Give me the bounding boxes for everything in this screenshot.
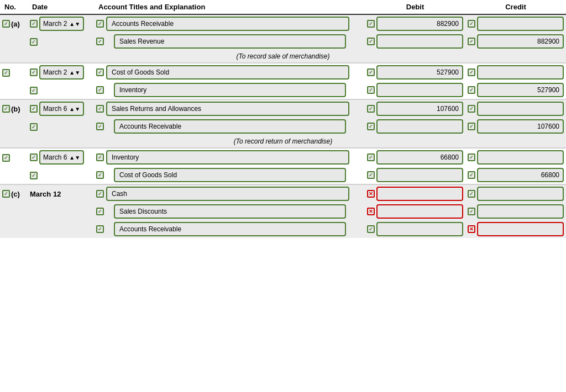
debit-checkbox[interactable]: ✓ xyxy=(367,38,375,45)
credit-field[interactable]: 107600 xyxy=(477,119,564,134)
date-select[interactable]: March 2 ▲▼ xyxy=(39,17,84,31)
account-title-field[interactable]: Inventory xyxy=(114,83,346,97)
credit-field[interactable] xyxy=(477,17,564,31)
credit-checkbox[interactable]: ✓ xyxy=(468,153,475,161)
checkbox[interactable]: ✓ xyxy=(96,190,104,198)
date-select[interactable]: March 2 ▲▼ xyxy=(39,65,84,80)
credit-cell: ✓ xyxy=(465,149,566,166)
checkbox-green[interactable]: ✓ xyxy=(367,225,375,233)
account-title-field[interactable]: Accounts Receivable xyxy=(114,222,346,236)
checkbox-red[interactable]: ✕ xyxy=(468,225,475,233)
no-cell: ✓ (b) xyxy=(0,100,28,118)
credit-field[interactable]: 882900 xyxy=(477,34,564,49)
checkbox[interactable]: ✓ xyxy=(30,20,38,28)
checkbox[interactable]: ✓ xyxy=(96,123,104,130)
account-title-field[interactable]: Sales Returns and Allowances xyxy=(106,102,349,116)
debit-field-green[interactable] xyxy=(376,222,463,236)
checkbox[interactable]: ✓ xyxy=(96,105,104,113)
debit-cell: ✓ 107600 xyxy=(365,100,465,118)
date-value: March 2 xyxy=(43,68,67,76)
debit-field[interactable]: 107600 xyxy=(376,102,463,116)
table-row: ✓ ✓ Inventory ✓ ✓ 5279 xyxy=(0,81,566,99)
credit-checkbox[interactable]: ✓ xyxy=(468,38,475,45)
credit-checkbox[interactable]: ✓ xyxy=(468,105,475,113)
debit-field[interactable] xyxy=(376,119,463,134)
no-cell-empty xyxy=(0,81,28,99)
debit-field-red[interactable] xyxy=(376,187,463,201)
checkbox[interactable]: ✓ xyxy=(30,172,38,179)
credit-checkbox[interactable]: ✓ xyxy=(468,171,475,179)
empty-no xyxy=(0,220,28,238)
checkbox[interactable]: ✓ xyxy=(30,38,38,46)
credit-checkbox[interactable]: ✓ xyxy=(468,86,475,94)
checkbox[interactable]: ✓ xyxy=(30,105,38,113)
debit-field-red[interactable] xyxy=(376,204,463,219)
account-title-field[interactable]: Inventory xyxy=(106,150,349,165)
credit-checkbox[interactable]: ✓ xyxy=(468,68,475,76)
checkbox[interactable]: ✓ xyxy=(2,20,10,28)
checkbox[interactable]: ✓ xyxy=(2,69,10,77)
debit-cell: ✓ xyxy=(365,220,465,238)
credit-checkbox[interactable]: ✓ xyxy=(468,20,475,28)
checkbox[interactable]: ✓ xyxy=(2,190,10,198)
credit-cell: ✓ xyxy=(465,63,566,81)
debit-field[interactable] xyxy=(376,83,463,97)
checkbox-green[interactable]: ✓ xyxy=(468,190,475,198)
title-cell: ✓ Sales Revenue xyxy=(94,33,365,50)
debit-field[interactable]: 527900 xyxy=(376,65,463,80)
checkbox[interactable]: ✓ xyxy=(96,68,104,76)
account-title-field[interactable]: Cost of Goods Sold xyxy=(114,168,346,182)
checkbox[interactable]: ✓ xyxy=(96,20,104,28)
credit-field[interactable]: 527900 xyxy=(477,83,564,97)
date-select[interactable]: March 6 ▲▼ xyxy=(39,150,84,165)
date-value: March 2 xyxy=(43,20,67,28)
checkbox[interactable]: ✓ xyxy=(30,87,38,94)
header-debit: Debit xyxy=(365,0,465,14)
debit-checkbox[interactable]: ✓ xyxy=(367,123,375,130)
checkbox[interactable]: ✓ xyxy=(30,153,38,161)
checkbox[interactable]: ✓ xyxy=(2,105,10,113)
checkbox-green[interactable]: ✓ xyxy=(468,208,475,215)
account-title-field[interactable]: Sales Revenue xyxy=(114,34,346,49)
debit-checkbox[interactable]: ✓ xyxy=(367,20,375,28)
checkbox[interactable]: ✓ xyxy=(96,225,104,233)
debit-field[interactable]: 66800 xyxy=(376,150,463,165)
account-title-field[interactable]: Sales Discounts xyxy=(114,204,346,219)
debit-checkbox[interactable]: ✓ xyxy=(367,86,375,94)
account-title-field[interactable]: Accounts Receivable xyxy=(106,17,349,31)
checkbox[interactable]: ✓ xyxy=(96,86,104,94)
debit-checkbox[interactable]: ✓ xyxy=(367,105,375,113)
checkbox[interactable]: ✓ xyxy=(96,153,104,161)
account-title-field[interactable]: Accounts Receivable xyxy=(114,119,346,134)
debit-cell: ✓ 527900 xyxy=(365,63,465,81)
checkbox-red[interactable]: ✕ xyxy=(367,190,375,198)
credit-field[interactable]: 66800 xyxy=(477,168,564,182)
credit-field-green[interactable] xyxy=(477,187,564,201)
checkbox[interactable]: ✓ xyxy=(96,171,104,179)
credit-field[interactable] xyxy=(477,150,564,165)
checkbox[interactable]: ✓ xyxy=(96,208,104,215)
credit-field-red[interactable] xyxy=(477,222,564,236)
credit-cell: ✓ 107600 xyxy=(465,118,566,135)
checkbox[interactable]: ✓ xyxy=(96,38,104,45)
dropdown-arrow: ▲▼ xyxy=(69,106,80,112)
section-label: (b) xyxy=(11,105,20,113)
credit-checkbox[interactable]: ✓ xyxy=(468,123,475,130)
debit-field[interactable]: 882900 xyxy=(376,17,463,31)
credit-field[interactable] xyxy=(477,102,564,116)
debit-checkbox[interactable]: ✓ xyxy=(367,68,375,76)
account-title-field[interactable]: Cost of Goods Sold xyxy=(106,65,349,80)
debit-field[interactable] xyxy=(376,168,463,182)
debit-checkbox[interactable]: ✓ xyxy=(367,153,375,161)
credit-field-green[interactable] xyxy=(477,204,564,219)
date-cell: March 12 xyxy=(28,185,94,203)
checkbox[interactable]: ✓ xyxy=(2,154,10,162)
debit-field[interactable] xyxy=(376,34,463,49)
date-select[interactable]: March 6 ▲▼ xyxy=(39,102,84,116)
debit-checkbox[interactable]: ✓ xyxy=(367,171,375,179)
checkbox-red[interactable]: ✕ xyxy=(367,208,375,215)
account-title-field[interactable]: Cash xyxy=(106,187,349,201)
checkbox[interactable]: ✓ xyxy=(30,68,38,76)
checkbox[interactable]: ✓ xyxy=(30,123,38,131)
credit-field[interactable] xyxy=(477,65,564,80)
